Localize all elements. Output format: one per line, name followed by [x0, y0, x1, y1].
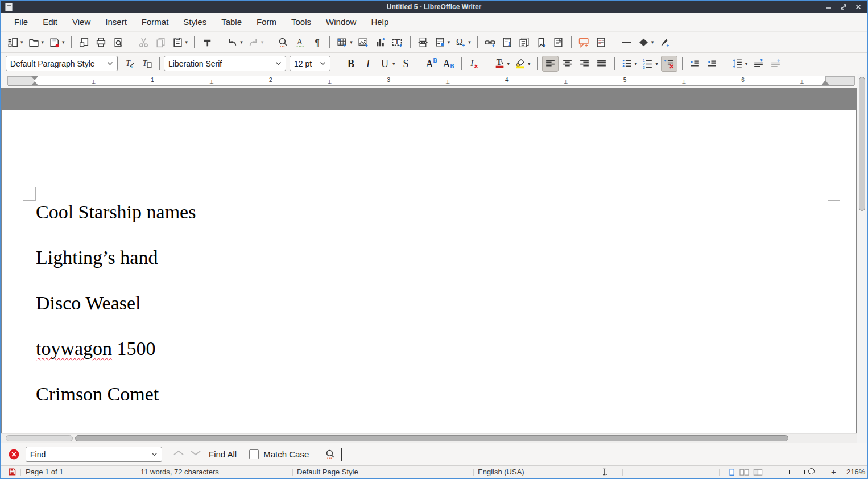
- align-left-button[interactable]: [542, 56, 559, 72]
- horizontal-scrollbar-thumb[interactable]: [75, 435, 788, 441]
- insert-table-button[interactable]: ▾: [334, 34, 354, 50]
- language-status[interactable]: English (USA): [478, 468, 524, 476]
- vertical-scrollbar-thumb[interactable]: [859, 77, 865, 211]
- zoom-level[interactable]: 216%: [846, 468, 865, 476]
- find-replace-button[interactable]: [275, 34, 291, 50]
- footnote-button[interactable]: 1: [499, 34, 515, 50]
- insert-field-button[interactable]: ▾: [432, 34, 452, 50]
- font-size-combobox[interactable]: 12 pt: [290, 56, 330, 71]
- paste-button[interactable]: ▾: [170, 34, 190, 50]
- dropdown-caret-icon[interactable]: ▾: [20, 39, 23, 45]
- dropdown-caret-icon[interactable]: ▾: [655, 61, 658, 67]
- menu-tools[interactable]: Tools: [284, 14, 319, 30]
- dropdown-caret-icon[interactable]: ▾: [261, 39, 264, 45]
- dropdown-caret-icon[interactable]: ▾: [62, 39, 65, 45]
- italic-button[interactable]: I: [360, 56, 376, 72]
- font-color-button[interactable]: T▾: [492, 56, 512, 72]
- single-page-view-button[interactable]: [728, 468, 736, 478]
- insert-textbox-button[interactable]: T: [390, 34, 406, 50]
- paragraph-style-combobox[interactable]: Default Paragraph Style: [6, 56, 118, 71]
- first-line-indent-marker[interactable]: [31, 76, 38, 80]
- special-character-button[interactable]: Ω▾: [453, 34, 473, 50]
- menu-form[interactable]: Form: [249, 14, 284, 30]
- horizontal-scrollbar-segment[interactable]: [6, 435, 73, 441]
- save-button[interactable]: ▾: [47, 34, 67, 50]
- find-and-replace-button[interactable]: [324, 448, 336, 460]
- dropdown-caret-icon[interactable]: ▾: [745, 61, 748, 67]
- bookmark-button[interactable]: [534, 34, 549, 50]
- export-pdf-button[interactable]: [76, 34, 92, 50]
- word-count-status[interactable]: 11 words, 72 characters: [140, 468, 219, 476]
- subscript-button[interactable]: AB: [441, 56, 457, 72]
- horizontal-scrollbar[interactable]: [1, 433, 857, 443]
- zoom-slider-thumb[interactable]: [808, 468, 815, 474]
- insert-line-button[interactable]: [619, 34, 635, 50]
- minimize-button[interactable]: [825, 3, 833, 11]
- page-break-button[interactable]: [415, 34, 431, 50]
- dropdown-caret-icon[interactable]: ▾: [635, 61, 638, 67]
- new-style-button[interactable]: T: [139, 56, 155, 72]
- menu-file[interactable]: File: [7, 14, 35, 30]
- restore-button[interactable]: [840, 3, 848, 11]
- dropdown-caret-icon[interactable]: ▾: [528, 61, 531, 67]
- page-style-status[interactable]: Default Page Style: [297, 468, 358, 476]
- dropdown-caret-icon[interactable]: ▾: [468, 39, 471, 45]
- dropdown-caret-icon[interactable]: ▾: [240, 39, 243, 45]
- para-space-increase-button[interactable]: [750, 56, 766, 72]
- insert-mode-icon[interactable]: [600, 467, 610, 478]
- align-center-button[interactable]: [560, 56, 576, 72]
- formatting-marks-button[interactable]: ¶: [309, 34, 325, 50]
- bold-button[interactable]: B: [343, 56, 359, 72]
- zoom-slider[interactable]: [779, 472, 825, 472]
- book-view-button[interactable]: [753, 468, 763, 478]
- menu-format[interactable]: Format: [134, 14, 176, 30]
- zoom-in-button[interactable]: +: [831, 467, 836, 477]
- open-folder-button[interactable]: ▾: [26, 34, 46, 50]
- find-input[interactable]: Find: [26, 447, 162, 462]
- menu-table[interactable]: Table: [214, 14, 249, 30]
- underline-button[interactable]: U▾: [377, 56, 397, 72]
- left-indent-marker[interactable]: [31, 81, 38, 85]
- print-button[interactable]: [93, 34, 109, 50]
- basic-shapes-button[interactable]: ▾: [636, 34, 656, 50]
- insert-image-button[interactable]: [356, 34, 371, 50]
- dropdown-caret-icon[interactable]: ▾: [350, 39, 353, 45]
- cross-reference-button[interactable]: [551, 34, 567, 50]
- new-document-button[interactable]: ▾: [5, 34, 25, 50]
- document-modified-icon[interactable]: [7, 467, 16, 478]
- numbered-list-button[interactable]: 123▾: [640, 56, 660, 72]
- no-list-button[interactable]: [661, 56, 677, 72]
- align-right-button[interactable]: [577, 56, 593, 72]
- dropdown-caret-icon[interactable]: ▾: [392, 61, 395, 67]
- justify-button[interactable]: [594, 56, 610, 72]
- page-number-status[interactable]: Page 1 of 1: [26, 468, 64, 476]
- menu-edit[interactable]: Edit: [35, 14, 65, 30]
- bullet-list-button[interactable]: ▾: [619, 56, 639, 72]
- zoom-out-button[interactable]: –: [770, 467, 775, 477]
- font-name-combobox[interactable]: Liberation Serif: [164, 56, 286, 71]
- clone-formatting-button[interactable]: [199, 34, 215, 50]
- hyperlink-button[interactable]: [482, 34, 498, 50]
- menu-window[interactable]: Window: [319, 14, 363, 30]
- match-case-checkbox[interactable]: [249, 449, 259, 459]
- dropdown-caret-icon[interactable]: ▾: [448, 39, 450, 45]
- track-changes-button[interactable]: [593, 34, 609, 50]
- insert-chart-button[interactable]: [373, 34, 388, 50]
- comment-button[interactable]: [576, 34, 592, 50]
- menu-styles[interactable]: Styles: [176, 14, 214, 30]
- draw-functions-button[interactable]: [656, 34, 672, 50]
- dropdown-caret-icon[interactable]: ▾: [507, 61, 510, 67]
- close-button[interactable]: [854, 3, 862, 11]
- menu-view[interactable]: View: [65, 14, 98, 30]
- dropdown-caret-icon[interactable]: ▾: [185, 39, 188, 45]
- strikethrough-button[interactable]: S: [398, 56, 414, 72]
- dropdown-caret-icon[interactable]: ▾: [651, 39, 654, 45]
- document-page[interactable]: Cool Starship namesLighting’s handDisco …: [2, 110, 856, 433]
- multi-page-view-button[interactable]: [739, 468, 750, 478]
- endnote-button[interactable]: [516, 34, 532, 50]
- close-find-bar-button[interactable]: [8, 448, 20, 460]
- spelling-button[interactable]: A: [292, 34, 308, 50]
- menu-help[interactable]: Help: [363, 14, 396, 30]
- superscript-button[interactable]: AB: [424, 56, 440, 72]
- find-all-button[interactable]: Find All: [209, 449, 237, 459]
